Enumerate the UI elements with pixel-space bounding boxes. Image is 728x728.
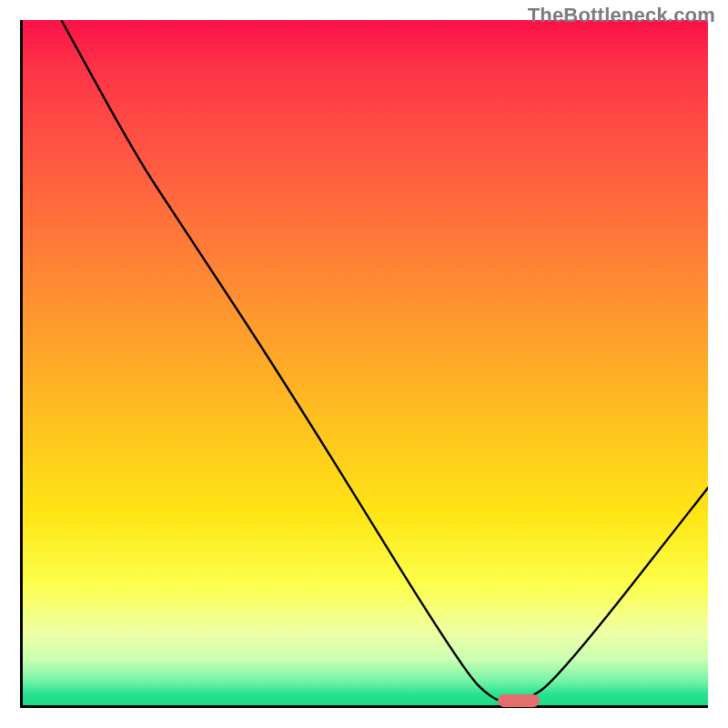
chart-viewport: TheBottleneck.com — [0, 0, 728, 728]
gradient-background — [20, 20, 708, 708]
watermark-text: TheBottleneck.com — [528, 4, 715, 27]
plot-area — [20, 20, 708, 708]
optimal-marker — [498, 694, 540, 707]
